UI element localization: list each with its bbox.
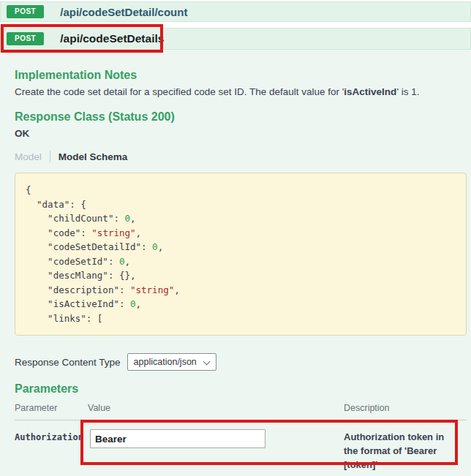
model-tabs: Model Model Schema: [15, 151, 467, 162]
response-content-type-row: Response Content Type application/json: [15, 353, 467, 371]
authorization-input[interactable]: [90, 429, 265, 448]
implementation-notes-text: Create the code set detail for a specifi…: [15, 86, 467, 97]
tab-model-schema[interactable]: Model Schema: [59, 151, 128, 162]
endpoint-row-codesetdetail-count[interactable]: POST /api/codeSetDetail/count: [0, 1, 471, 22]
parameter-description: Authorization token in the format of 'Be…: [344, 429, 459, 472]
response-class-heading: Response Class (Status 200): [15, 110, 467, 124]
endpoint-path-link[interactable]: /api/codeSetDetail/count: [60, 6, 187, 18]
column-header-value: Value: [88, 403, 344, 413]
endpoint-row-codesetdetails[interactable]: POST /api/codeSetDetails: [0, 28, 471, 50]
notes-text-after: ' is 1.: [396, 86, 419, 97]
post-method-badge: POST: [7, 32, 44, 45]
swagger-operation-view: POST /api/codeSetDetail/count POST /api/…: [0, 0, 471, 476]
notes-text-before: Create the code set detail for a specifi…: [15, 86, 344, 97]
response-content-type-select[interactable]: application/json: [127, 353, 216, 371]
column-header-description: Description: [344, 403, 467, 413]
implementation-notes-heading: Implementation Notes: [15, 50, 467, 82]
parameters-heading: Parameters: [15, 382, 467, 396]
post-method-badge: POST: [7, 5, 44, 18]
selected-content-type: application/json: [134, 357, 197, 367]
operation-detail-panel: Implementation Notes Create the code set…: [0, 50, 471, 476]
model-schema-code-block: { "data": { "childCount": 0, "code": "st…: [15, 173, 467, 336]
tab-model[interactable]: Model: [15, 151, 42, 162]
parameter-name: Authorization: [15, 429, 88, 472]
tab-divider: [50, 151, 50, 162]
parameters-table: Parameter Value Description Authorizatio…: [15, 403, 467, 472]
table-row: Authorization Authorization token in the…: [15, 420, 467, 472]
endpoint-path-link[interactable]: /api/codeSetDetails: [60, 32, 164, 45]
chevron-down-icon: [203, 358, 210, 366]
column-header-parameter: Parameter: [15, 403, 88, 413]
response-content-type-label: Response Content Type: [15, 357, 121, 368]
parameters-table-header: Parameter Value Description: [15, 403, 467, 413]
response-status-text: OK: [15, 128, 467, 139]
notes-text-code: isActiveInd: [344, 86, 396, 97]
parameter-value-cell: [88, 429, 344, 472]
